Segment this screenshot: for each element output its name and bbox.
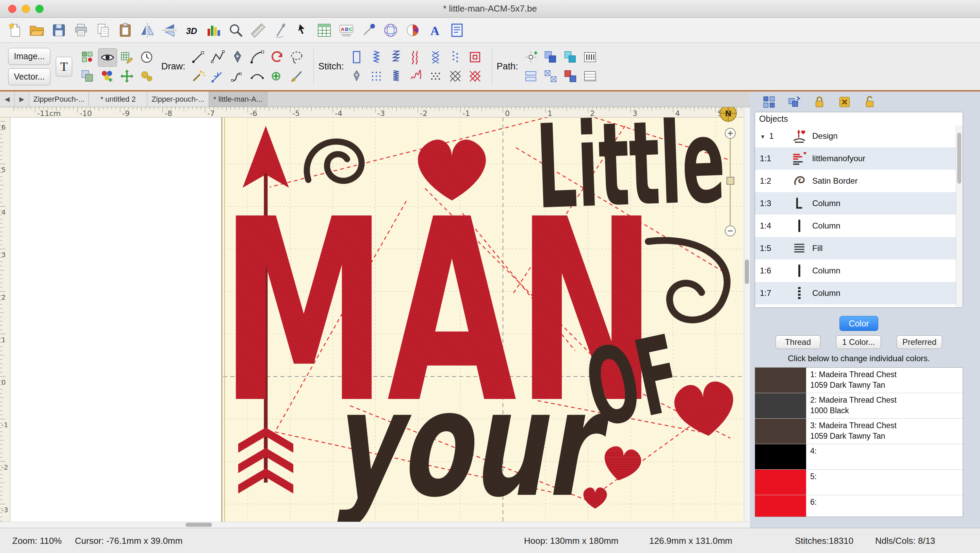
overlap-squares-icon[interactable] [78,67,97,85]
delete-box-icon[interactable] [836,94,853,111]
stitch-simulator-icon[interactable] [270,20,290,40]
satin-red-icon[interactable] [407,48,425,66]
thread-chart-icon[interactable] [204,20,224,40]
eye-icon[interactable] [98,48,117,67]
merge-objects-icon[interactable] [785,94,803,111]
objects-scrollbar[interactable] [956,125,963,307]
motif-square-icon[interactable] [466,48,484,66]
color-row-5[interactable]: 5: [755,470,963,495]
color-row-4[interactable]: 4: [755,444,963,470]
gears-icon[interactable] [137,67,156,85]
x-squares-icon[interactable] [541,67,560,85]
flip-vertical-icon[interactable] [159,20,179,40]
seq-grid-icon[interactable] [78,48,97,66]
object-row-1[interactable]: ▼ 1Design [755,125,963,147]
horizontal-scroll-thumb[interactable] [185,523,212,527]
tab-2[interactable]: * untitled 2 [89,92,147,107]
object-row-1-3[interactable]: 1:3Column [755,192,963,215]
color-swatch[interactable] [755,495,806,517]
redo-tool-icon[interactable] [268,48,286,66]
vertical-scroll-thumb[interactable] [745,259,749,284]
object-row-1-1[interactable]: 1:1littlemanofyour [755,147,963,170]
brush-tool-icon[interactable] [288,67,306,85]
color-tab[interactable]: Color [840,316,878,331]
rects-stacked-icon[interactable] [522,67,540,85]
notes-page-icon[interactable] [447,20,467,40]
tab-forward-button[interactable]: ▶ [14,92,29,107]
color-wheel-icon[interactable] [403,20,423,40]
curve-tool-icon[interactable] [228,67,247,85]
vector-button[interactable]: Vector... [8,68,50,85]
color-swatch[interactable] [755,419,806,444]
pen-tool-icon[interactable] [228,48,247,66]
lettering-abc-icon[interactable]: ABC [337,20,356,40]
embroidery-canvas[interactable]: Little MAN OF your -11cm-10-9-8-7-6-5-4-… [0,107,744,522]
canvas-vertical-scrollbar[interactable] [744,107,750,522]
measure-icon[interactable] [248,20,268,40]
scribble-red-icon[interactable] [407,67,425,85]
paste-icon[interactable] [115,20,135,40]
tab-back-button[interactable]: ◀ [0,92,14,107]
monogram-a-icon[interactable]: A [425,20,445,40]
dots-column-icon[interactable] [446,48,465,66]
zigzag-blue-icon[interactable] [367,48,385,66]
color-swatch[interactable] [755,368,806,393]
dots-grid-icon[interactable] [367,67,385,85]
clock-icon[interactable] [137,48,156,66]
lasso-tool-icon[interactable] [288,48,306,66]
image-button[interactable]: Image... [8,48,50,65]
wand-tool-icon[interactable] [189,67,207,85]
unlock-icon[interactable] [861,94,878,111]
object-row-1-7[interactable]: 1:7Column [755,282,963,304]
crosshatch-red-icon[interactable] [466,67,484,85]
line-tool-icon[interactable] [189,48,207,66]
zigzag-dense-icon[interactable] [387,67,405,85]
pin-icon[interactable] [359,20,379,40]
color-row-1[interactable]: 1: Madeira Thread Chest1059 Dark Tawny T… [755,368,963,393]
move-arrows-icon[interactable] [118,67,136,85]
canvas-horizontal-scrollbar[interactable] [0,522,750,528]
color-row-2[interactable]: 2: Madeira Thread Chest1000 Black [755,393,963,419]
sequence-table-icon[interactable] [314,20,334,40]
minimize-button[interactable] [22,5,30,13]
open-folder-icon[interactable] [27,20,47,40]
object-row-1-4[interactable]: 1:4Column [755,215,963,237]
dots-black-icon[interactable] [426,67,445,85]
color-swatch[interactable] [755,444,806,469]
xhatch-icon[interactable] [446,67,465,85]
preferred-button[interactable]: Preferred [897,335,942,349]
cross-x-icon[interactable] [426,48,445,66]
three-d-icon[interactable]: 3D [182,20,202,40]
polyline-tool-icon[interactable] [208,48,227,66]
flip-horizontal-icon[interactable] [137,20,157,40]
close-button[interactable] [8,5,16,13]
zoom-tool-icon[interactable] [226,20,246,40]
spray-tool-icon[interactable] [208,67,227,85]
grid-pencil-icon[interactable] [118,48,136,66]
mesh-sphere-icon[interactable] [381,20,401,40]
thread-button[interactable]: Thread [775,335,821,349]
pen-nib-icon[interactable] [347,67,366,85]
tab-4[interactable]: * little-man-A... [209,92,267,107]
zoom-slider-thumb[interactable] [727,177,734,184]
zigzag-steep-icon[interactable] [387,48,405,66]
lines-box-icon[interactable] [581,48,599,66]
object-row-1-6[interactable]: 1:6Column [755,259,963,282]
color-dots-icon[interactable] [98,67,116,85]
objects-scroll-thumb[interactable] [957,133,961,184]
print-icon[interactable] [71,20,91,40]
object-row-1-2[interactable]: 1:2Satin Border [755,170,963,192]
object-row-1-5[interactable]: 1:5Fill [755,237,963,259]
tab-3[interactable]: Zipper-pouch-... [147,92,208,107]
arc-tool-icon[interactable] [248,48,266,66]
select-arrow-icon[interactable] [292,20,312,40]
run-rect-icon[interactable] [347,48,366,66]
swoosh-tool-icon[interactable] [248,67,266,85]
color-swatch[interactable] [755,393,806,418]
color-row-3[interactable]: 3: Madeira Thread Chest1059 Dark Tawny T… [755,419,963,444]
lock-icon[interactable] [811,94,828,111]
tab-1[interactable]: ZipperPouch-... [29,92,89,107]
one-color-button[interactable]: 1 Color... [836,335,881,349]
add-point-tool-icon[interactable] [268,67,286,85]
box-hatch-icon[interactable] [581,67,599,85]
